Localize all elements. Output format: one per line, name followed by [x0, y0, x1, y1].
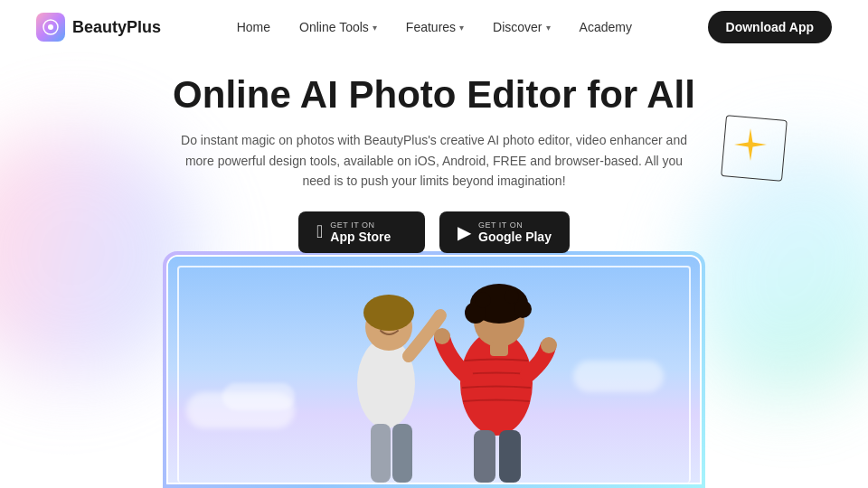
- hero-photo: [168, 257, 700, 483]
- sparkle-icon: [732, 127, 769, 163]
- nav-item-online-tools[interactable]: Online Tools ▾: [299, 20, 377, 34]
- nav-link-academy[interactable]: Academy: [580, 20, 632, 34]
- svg-point-11: [514, 300, 532, 318]
- star-decoration: [723, 117, 787, 181]
- apple-icon: : [316, 221, 323, 242]
- svg-rect-17: [474, 430, 495, 483]
- chevron-down-icon: ▾: [546, 23, 551, 33]
- nav-links: Home Online Tools ▾ Features ▾ Discover …: [237, 20, 632, 34]
- svg-point-4: [363, 295, 414, 331]
- google-play-icon: ▶: [458, 221, 471, 243]
- app-store-button[interactable]:  GET IT ON App Store: [298, 211, 425, 253]
- logo-text: BeautyPlus: [72, 18, 161, 37]
- logo-icon: [36, 13, 65, 42]
- svg-point-13: [505, 289, 519, 304]
- person-right: [429, 257, 569, 483]
- nav-item-discover[interactable]: Discover ▾: [493, 20, 550, 34]
- google-play-label: Google Play: [478, 230, 552, 244]
- svg-point-15: [434, 328, 450, 344]
- cloud-2: [222, 383, 295, 410]
- nav-link-online-tools[interactable]: Online Tools ▾: [299, 20, 377, 34]
- google-play-small-label: GET IT ON: [478, 221, 523, 230]
- hero-title: Online AI Photo Editor for All: [36, 72, 832, 117]
- store-buttons:  GET IT ON App Store ▶ GET IT ON Google…: [36, 211, 832, 253]
- nav-link-home[interactable]: Home: [237, 20, 270, 34]
- nav-item-home[interactable]: Home: [237, 20, 270, 34]
- chevron-down-icon: ▾: [373, 23, 377, 33]
- navbar: BeautyPlus Home Online Tools ▾ Features …: [0, 0, 868, 54]
- app-store-small-label: GET IT ON: [330, 221, 374, 230]
- svg-rect-6: [392, 424, 412, 483]
- svg-point-1: [48, 24, 53, 30]
- svg-rect-18: [499, 430, 521, 483]
- google-play-button[interactable]: ▶ GET IT ON Google Play: [439, 211, 570, 253]
- chevron-down-icon: ▾: [459, 23, 464, 33]
- svg-point-16: [541, 337, 557, 353]
- nav-link-discover[interactable]: Discover ▾: [493, 20, 550, 34]
- svg-point-12: [475, 292, 491, 308]
- logo[interactable]: BeautyPlus: [36, 13, 161, 42]
- hero-description: Do instant magic on photos with BeautyPl…: [181, 130, 687, 191]
- svg-rect-14: [490, 343, 508, 356]
- cloud-3: [573, 361, 664, 392]
- nav-link-features[interactable]: Features ▾: [406, 20, 464, 34]
- nav-item-features[interactable]: Features ▾: [406, 20, 464, 34]
- hero-image-section: [163, 251, 705, 488]
- download-app-button[interactable]: Download App: [708, 11, 832, 43]
- browser-frame: [163, 251, 705, 488]
- app-store-label: App Store: [330, 230, 391, 244]
- nav-item-academy[interactable]: Academy: [580, 20, 632, 34]
- browser-inner: [166, 255, 702, 484]
- svg-rect-5: [371, 424, 391, 483]
